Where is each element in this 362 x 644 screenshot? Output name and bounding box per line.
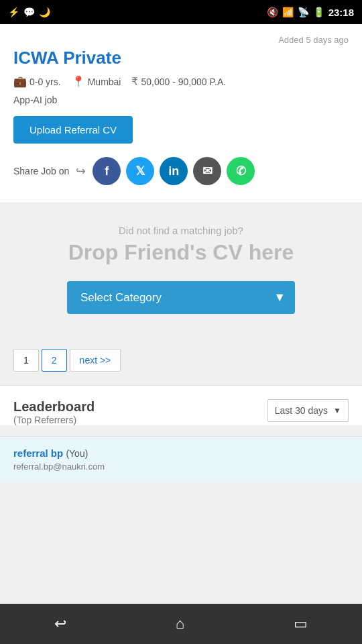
salary-value: 50,000 - 90,000 P.A. [141, 76, 226, 87]
location-icon: 📍 [72, 75, 85, 88]
pagination-section: 1 2 next >> [0, 335, 362, 385]
location-meta: 📍 Mumbai [72, 75, 121, 88]
drop-title: Drop Friend's CV here [13, 240, 349, 265]
status-time: 23:18 [328, 7, 354, 18]
drop-subtitle: Did not find a matching job? [13, 225, 349, 236]
home-icon: ⌂ [176, 615, 184, 632]
location-value: Mumbai [88, 76, 121, 87]
briefcase-icon: 💼 [13, 75, 27, 88]
page-1-button[interactable]: 1 [13, 349, 39, 372]
share-arrow-icon: ↩ [76, 164, 86, 178]
share-label: Share Job on [13, 166, 69, 176]
drop-cv-section: Did not find a matching job? Drop Friend… [0, 203, 362, 335]
upload-referral-cv-button[interactable]: Upload Referral CV [13, 116, 133, 144]
referral-name-text: referral bp [13, 447, 63, 459]
next-page-button[interactable]: next >> [70, 349, 121, 372]
linkedin-share-button[interactable]: in [160, 157, 188, 185]
leaderboard-title: Leaderboard [13, 399, 95, 415]
time-filter-chevron-icon: ▼ [333, 406, 341, 415]
you-badge: (You) [66, 448, 88, 459]
facebook-share-button[interactable]: f [93, 157, 121, 185]
email-share-button[interactable]: ✉ [193, 157, 221, 185]
mute-icon: 🔇 [267, 7, 278, 17]
experience-meta: 💼 0-0 yrs. [13, 75, 61, 88]
referral-email: referral.bp@naukri.com [13, 462, 349, 472]
wifi-icon: 📶 [282, 7, 294, 17]
share-row: Share Job on ↩ f 𝕏 in ✉ ✆ [13, 157, 349, 185]
added-label: Added 5 days ago [13, 35, 349, 45]
job-meta: 💼 0-0 yrs. 📍 Mumbai ₹ 50,000 - 90,000 P.… [13, 75, 349, 88]
referral-name: referral bp (You) [13, 447, 349, 459]
status-bar-left: ⚡ 💬 🌙 [8, 7, 50, 17]
whatsapp-share-button[interactable]: ✆ [227, 157, 255, 185]
experience-value: 0-0 yrs. [29, 76, 61, 87]
status-bar-right: 🔇 📶 📡 🔋 23:18 [267, 7, 354, 18]
home-button[interactable]: ⌂ [176, 615, 184, 633]
social-icons: f 𝕏 in ✉ ✆ [93, 157, 255, 185]
battery-charging-icon: ⚡ [8, 7, 19, 17]
salary-meta: ₹ 50,000 - 90,000 P.A. [131, 75, 226, 88]
job-title: ICWA Private [13, 48, 349, 68]
recent-apps-icon: ▭ [294, 615, 308, 632]
status-bar: ⚡ 💬 🌙 🔇 📶 📡 🔋 23:18 [0, 0, 362, 24]
page-2-button[interactable]: 2 [42, 349, 67, 372]
whatsapp-icon: 💬 [23, 7, 35, 17]
job-type: App-AI job [13, 95, 349, 105]
pagination: 1 2 next >> [13, 349, 349, 372]
select-category-button[interactable]: Select Category ▼ [67, 281, 295, 314]
leaderboard-subtitle: (Top Referrers) [13, 415, 95, 425]
recent-apps-button[interactable]: ▭ [294, 615, 308, 633]
leaderboard-header: Leaderboard (Top Referrers) Last 30 days… [13, 399, 349, 425]
time-filter-label: Last 30 days [275, 405, 328, 416]
rupee-icon: ₹ [131, 75, 138, 88]
select-category-label: Select Category [80, 291, 162, 305]
battery-icon: 🔋 [313, 7, 324, 17]
leaderboard-section: Leaderboard (Top Referrers) Last 30 days… [0, 386, 362, 425]
back-icon: ↩ [54, 615, 66, 632]
job-card: Added 5 days ago ICWA Private 💼 0-0 yrs.… [0, 24, 362, 203]
back-button[interactable]: ↩ [54, 615, 66, 633]
bottom-navigation: ↩ ⌂ ▭ [0, 604, 362, 644]
signal-icon: 📡 [298, 7, 309, 17]
moon-icon: 🌙 [39, 7, 50, 17]
leaderboard-title-group: Leaderboard (Top Referrers) [13, 399, 95, 425]
chevron-down-icon: ▼ [274, 290, 286, 305]
time-filter-dropdown[interactable]: Last 30 days ▼ [267, 399, 349, 422]
referral-row: referral bp (You) referral.bp@naukri.com [0, 436, 362, 482]
twitter-share-button[interactable]: 𝕏 [126, 157, 154, 185]
